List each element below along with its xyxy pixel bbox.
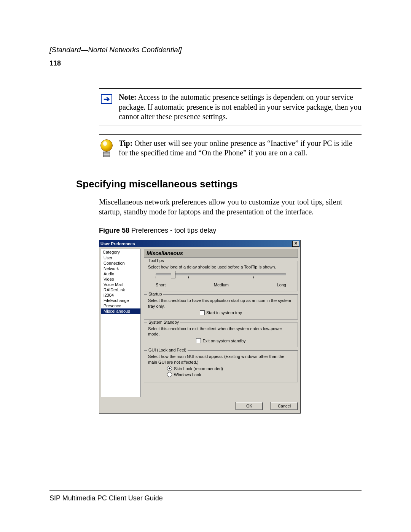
lightbulb-icon [99,139,114,158]
category-item-voice-mail[interactable]: Voice Mail [101,282,140,287]
exit-on-standby-checkbox[interactable] [196,338,201,343]
startup-legend: Startup [147,292,163,296]
start-in-tray-checkbox[interactable] [200,310,205,315]
category-item-miscellaneous[interactable]: Miscellaneous [101,308,140,314]
startup-group: Startup Select this checkbox to have thi… [144,294,298,320]
cancel-button[interactable]: Cancel [271,402,298,410]
category-item-raiderlink[interactable]: RAIDerLink [101,287,140,292]
close-button[interactable]: ✕ [292,241,299,247]
category-item-presence[interactable]: Presence [101,303,140,308]
category-header: Category [101,249,140,255]
category-item-audio[interactable]: Audio [101,271,140,276]
tip-text: Tip: Other user will see your online pre… [114,139,362,158]
slider-short-label: Short [156,283,166,287]
figure-caption: Figure 58 Preferences - tool tips delay [99,227,362,235]
note-body: Access to the automatic presence setting… [119,93,362,121]
category-item-user[interactable]: User [101,255,140,260]
category-item-network[interactable]: Network [101,266,140,271]
tooltips-group: ToolTips Select how long of a delay shou… [144,261,298,291]
standby-group: System Standby Select this checkbox to e… [144,323,298,348]
gui-text: Select how the main GUI should appear. (… [148,354,294,365]
category-item-i2004[interactable]: i2004 [101,292,140,298]
tooltips-legend: ToolTips [147,258,165,263]
dialog-title: User Preferences [100,241,135,246]
note-label: Note: [119,93,137,101]
skin-look-row[interactable]: Skin Look (recommended) [167,366,294,371]
preferences-dialog-figure: User Preferences ✕ Category UserConnecti… [99,240,301,414]
gui-legend: GUI (Look and Feel) [147,348,188,352]
skin-look-label: Skin Look (recommended) [174,366,223,371]
callout-bottom-rule [99,126,362,126]
footer-text: SIP Multimedia PC Client User Guide [49,494,163,502]
start-in-tray-label: Start in system tray [206,310,242,315]
startup-text: Select this checkbox to have this applic… [148,298,294,309]
panel-title: Miscellaneous [144,249,298,258]
start-in-tray-row[interactable]: Start in system tray [148,310,294,315]
windows-look-row[interactable]: Windows Look [167,372,294,377]
note-text: Note: Access to the automatic presence s… [114,93,362,122]
settings-panel: Miscellaneous ToolTips Select how long o… [141,247,300,399]
standby-legend: System Standby [147,320,180,324]
tip-bulb-icon [99,139,114,158]
slider-labels: Short Medium Long [156,283,286,287]
slider-medium-label: Medium [214,283,229,287]
gui-group: GUI (Look and Feel) Select how the main … [144,350,298,382]
category-item-fileexchange[interactable]: FileExchange [101,298,140,303]
close-icon: ✕ [294,241,298,246]
category-item-connection[interactable]: Connection [101,260,140,266]
ok-button[interactable]: OK [236,402,263,410]
section-heading: Specifying miscellaneous settings [76,178,362,190]
note-arrow-icon: ➔ [99,93,114,104]
user-preferences-dialog: User Preferences ✕ Category UserConnecti… [99,240,301,414]
page-number: 118 [49,59,362,67]
arrow-icon: ➔ [101,94,112,104]
skin-look-radio[interactable] [167,366,172,371]
body-paragraph: Miscellaneous network preferences allow … [99,197,362,217]
footer-rule [49,490,362,491]
exit-on-standby-label: Exit on system standby [202,339,245,343]
tip-label: Tip: [119,139,132,147]
tip-callout: Tip: Other user will see your online pre… [99,134,362,167]
header-rule [49,69,362,69]
note-callout: ➔ Note: Access to the automatic presence… [99,88,362,131]
tip-bottom-rule [99,162,362,162]
exit-on-standby-row[interactable]: Exit on system standby [148,338,294,343]
windows-look-radio[interactable] [167,372,172,377]
confidential-header: [Standard—Nortel Networks Confidential] [49,46,362,54]
tooltips-text: Select how long of a delay should be use… [148,264,294,270]
category-tree[interactable]: Category UserConnectionNetworkAudioVideo… [101,249,141,397]
category-item-video[interactable]: Video [101,276,140,282]
figure-caption-text: Preferences - tool tips delay [129,227,216,234]
slider-long-label: Long [277,283,286,287]
standby-text: Select this checkbox to exit the client … [148,326,294,337]
tooltip-delay-slider[interactable] [156,272,286,283]
tip-body: Other user will see your online presence… [119,139,352,157]
dialog-titlebar[interactable]: User Preferences ✕ [99,240,300,247]
figure-number: Figure 58 [99,227,129,234]
dialog-button-row: OK Cancel [99,399,300,413]
windows-look-label: Windows Look [174,372,201,377]
